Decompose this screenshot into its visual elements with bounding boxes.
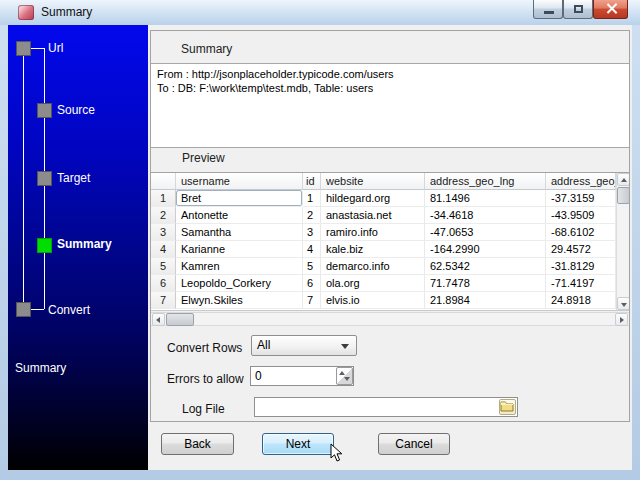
convert-rows-label: Convert Rows <box>167 341 242 355</box>
cell-lng: 81.1496 <box>425 190 546 207</box>
step-box-summary-current <box>37 238 52 253</box>
close-button[interactable] <box>593 0 628 19</box>
spinner-buttons[interactable] <box>336 367 353 385</box>
left-arrow-icon <box>156 317 160 323</box>
cell-website: ola.org <box>321 275 425 292</box>
cell-website: anastasia.net <box>321 207 425 224</box>
vertical-scrollbar[interactable] <box>616 173 629 310</box>
errors-to-allow-field <box>250 366 354 386</box>
table-row[interactable]: 4 Karianne 4 kale.biz -164.2990 29.4572 <box>151 241 616 258</box>
app-icon <box>18 5 34 20</box>
spin-up-icon <box>339 371 345 375</box>
horizontal-scrollbar[interactable] <box>151 312 629 326</box>
cell-id: 5 <box>303 258 321 275</box>
cell-id: 1 <box>303 190 321 207</box>
tree-connector-bottom <box>31 309 44 310</box>
summary-from-line: From : http://jsonplaceholder.typicode.c… <box>157 67 623 81</box>
right-arrow-icon <box>620 317 624 323</box>
step-label-convert: Convert <box>48 303 90 318</box>
sidebar-status-label: Summary <box>15 361 66 375</box>
summary-text-area: From : http://jsonplaceholder.typicode.c… <box>151 63 629 148</box>
window-body: Url Source Target Summary Convert Summar… <box>8 25 632 470</box>
scroll-right-button[interactable] <box>615 313 628 326</box>
cell-lng: 21.8984 <box>425 292 546 309</box>
maximize-button[interactable] <box>563 0 593 19</box>
table-row[interactable]: 3 Samantha 3 ramiro.info -47.0653 -68.61… <box>151 224 616 241</box>
header-website: website <box>321 173 425 190</box>
main-panel: Summary From : http://jsonplaceholder.ty… <box>148 25 632 470</box>
close-icon <box>606 3 617 14</box>
table-header-row: username id website address_geo_lng addr… <box>151 173 616 190</box>
table-row[interactable]: 1 Bret 1 hildegard.org 81.1496 -37.3159 <box>151 190 616 207</box>
cell-lat: 24.8918 <box>546 292 616 309</box>
step-label-source: Source <box>57 103 95 118</box>
vertical-scroll-thumb[interactable] <box>617 187 629 204</box>
step-box-convert <box>16 302 31 317</box>
horizontal-scroll-thumb[interactable] <box>166 313 194 326</box>
minimize-button[interactable] <box>533 0 563 19</box>
convert-rows-value: All <box>257 338 270 352</box>
scroll-up-button[interactable] <box>617 173 629 186</box>
cell-id: 3 <box>303 224 321 241</box>
back-button[interactable]: Back <box>161 433 234 455</box>
wizard-sidebar: Url Source Target Summary Convert Summar… <box>8 25 148 470</box>
step-label-target: Target <box>57 171 90 186</box>
cell-username: Kamren <box>176 258 303 275</box>
table-row[interactable]: 2 Antonette 2 anastasia.net -34.4618 -43… <box>151 207 616 224</box>
summary-to-line: To : DB: F:\work\temp\test.mdb, Table: u… <box>157 81 623 95</box>
cell-website: ramiro.info <box>321 224 425 241</box>
header-username: username <box>176 173 303 190</box>
cell-lat: 29.4572 <box>546 241 616 258</box>
cell-id: 2 <box>303 207 321 224</box>
row-number: 7 <box>151 292 176 309</box>
cell-website: demarco.info <box>321 258 425 275</box>
cell-username: Leopoldo_Corkery <box>176 275 303 292</box>
table-row[interactable]: 5 Kamren 5 demarco.info 62.5342 -31.8129 <box>151 258 616 275</box>
errors-to-allow-label: Errors to allow <box>167 372 244 386</box>
cell-lat: -68.6102 <box>546 224 616 241</box>
up-arrow-icon <box>621 178 627 182</box>
cell-lng: -34.4618 <box>425 207 546 224</box>
cell-website: kale.biz <box>321 241 425 258</box>
row-number: 2 <box>151 207 176 224</box>
step-box-source <box>37 103 52 118</box>
cell-website: elvis.io <box>321 292 425 309</box>
summary-groupbox: Summary From : http://jsonplaceholder.ty… <box>150 30 630 422</box>
row-number: 4 <box>151 241 176 258</box>
title-bar: Summary <box>0 0 640 25</box>
cell-lng: 62.5342 <box>425 258 546 275</box>
preview-label: Preview <box>182 151 225 165</box>
tree-connector-top <box>31 48 44 49</box>
tree-line-left <box>23 56 24 302</box>
log-file-input[interactable] <box>254 397 518 417</box>
cell-id: 7 <box>303 292 321 309</box>
app-window: Summary Url Source Target Summary Conver… <box>0 0 640 480</box>
step-box-target <box>37 171 52 186</box>
step-label-url: Url <box>48 41 63 56</box>
table-row[interactable]: 6 Leopoldo_Corkery 6 ola.org 71.7478 -71… <box>151 275 616 292</box>
cell-username: Bret <box>176 190 303 207</box>
convert-rows-dropdown[interactable]: All <box>251 335 357 356</box>
cell-lat: -71.4197 <box>546 275 616 292</box>
header-address-geo-lat: address_geo_lat <box>546 173 616 190</box>
header-rownum <box>151 173 176 190</box>
cell-username: Elwyn.Skiles <box>176 292 303 309</box>
table-row[interactable]: 7 Elwyn.Skiles 7 elvis.io 21.8984 24.891… <box>151 292 616 309</box>
row-number: 5 <box>151 258 176 275</box>
cancel-button[interactable]: Cancel <box>378 433 450 455</box>
scroll-down-button[interactable] <box>617 297 629 310</box>
down-arrow-icon <box>621 303 627 307</box>
folder-icon <box>500 400 515 413</box>
browse-log-file-button[interactable] <box>499 399 516 415</box>
cell-username: Antonette <box>176 207 303 224</box>
chevron-down-icon <box>341 344 349 349</box>
spin-down-icon <box>344 377 350 381</box>
step-label-summary: Summary <box>57 237 112 252</box>
next-button[interactable]: Next <box>262 433 334 455</box>
scroll-left-button[interactable] <box>152 313 165 326</box>
log-file-label: Log File <box>182 402 225 416</box>
window-title: Summary <box>41 5 92 19</box>
cell-username: Samantha <box>176 224 303 241</box>
step-box-url <box>16 41 31 56</box>
cell-website: hildegard.org <box>321 190 425 207</box>
